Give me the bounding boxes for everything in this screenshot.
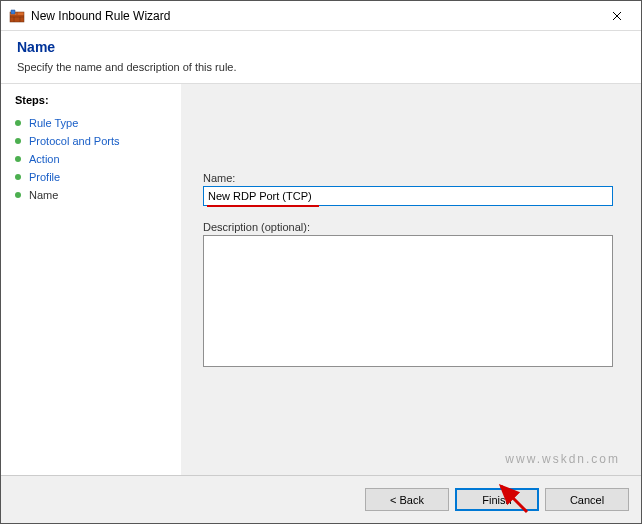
bullet-icon	[15, 192, 21, 198]
bullet-icon	[15, 138, 21, 144]
button-bar: < Back Finish Cancel	[1, 475, 641, 523]
close-button[interactable]	[594, 1, 639, 30]
page-subtitle: Specify the name and description of this…	[17, 61, 625, 73]
spellcheck-underline	[207, 205, 319, 207]
name-field-group: Name:	[203, 172, 613, 207]
bullet-icon	[15, 120, 21, 126]
step-rule-type[interactable]: Rule Type	[15, 114, 167, 132]
name-label: Name:	[203, 172, 613, 184]
wizard-window: New Inbound Rule Wizard Name Specify the…	[0, 0, 642, 524]
steps-heading: Steps:	[15, 94, 167, 106]
step-label: Name	[29, 189, 58, 201]
step-label: Profile	[29, 171, 60, 183]
description-input[interactable]	[203, 235, 613, 367]
bullet-icon	[15, 174, 21, 180]
window-title: New Inbound Rule Wizard	[31, 9, 594, 23]
step-profile[interactable]: Profile	[15, 168, 167, 186]
description-label: Description (optional):	[203, 221, 613, 233]
wizard-header: Name Specify the name and description of…	[1, 31, 641, 83]
step-label: Action	[29, 153, 60, 165]
step-label: Rule Type	[29, 117, 78, 129]
description-field-group: Description (optional):	[203, 221, 613, 369]
titlebar: New Inbound Rule Wizard	[1, 1, 641, 31]
step-name[interactable]: Name	[15, 186, 167, 204]
step-label: Protocol and Ports	[29, 135, 120, 147]
back-button[interactable]: < Back	[365, 488, 449, 511]
name-input[interactable]	[203, 186, 613, 206]
steps-sidebar: Steps: Rule Type Protocol and Ports Acti…	[1, 84, 181, 475]
main-pane: Name: Description (optional):	[181, 84, 641, 475]
cancel-button[interactable]: Cancel	[545, 488, 629, 511]
page-title: Name	[17, 39, 625, 55]
bullet-icon	[15, 156, 21, 162]
step-action[interactable]: Action	[15, 150, 167, 168]
step-protocol-ports[interactable]: Protocol and Ports	[15, 132, 167, 150]
finish-button[interactable]: Finish	[455, 488, 539, 511]
firewall-icon	[9, 8, 25, 24]
wizard-body: Steps: Rule Type Protocol and Ports Acti…	[1, 83, 641, 475]
